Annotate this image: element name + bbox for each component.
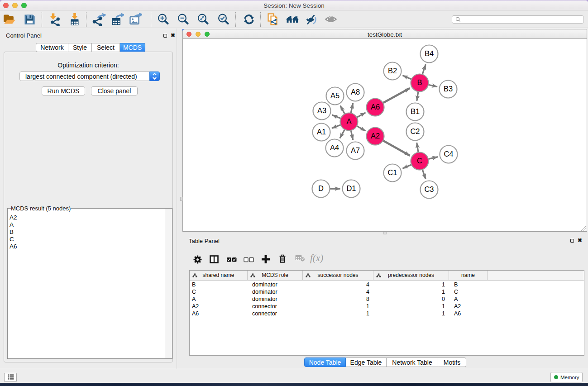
svg-text:A5: A5 — [330, 91, 339, 100]
svg-text:C3: C3 — [424, 185, 434, 193]
svg-text:A2: A2 — [371, 132, 380, 140]
svg-text:B2: B2 — [388, 67, 397, 75]
svg-text:C2: C2 — [410, 127, 420, 135]
svg-text:D: D — [318, 184, 324, 192]
svg-text:B3: B3 — [444, 85, 453, 93]
svg-text:D1: D1 — [346, 184, 356, 192]
svg-text:A: A — [346, 117, 351, 125]
svg-text:A3: A3 — [317, 106, 326, 114]
svg-text:A7: A7 — [351, 146, 360, 154]
svg-text:B: B — [417, 78, 422, 86]
svg-text:C1: C1 — [387, 168, 397, 176]
svg-text:B4: B4 — [425, 49, 434, 57]
svg-text:B1: B1 — [411, 107, 420, 115]
svg-text:C4: C4 — [444, 150, 453, 158]
svg-text:C: C — [417, 157, 422, 165]
svg-text:A8: A8 — [351, 88, 360, 96]
svg-text:A4: A4 — [330, 143, 339, 152]
svg-text:A6: A6 — [371, 103, 380, 111]
svg-text:A1: A1 — [317, 128, 326, 136]
